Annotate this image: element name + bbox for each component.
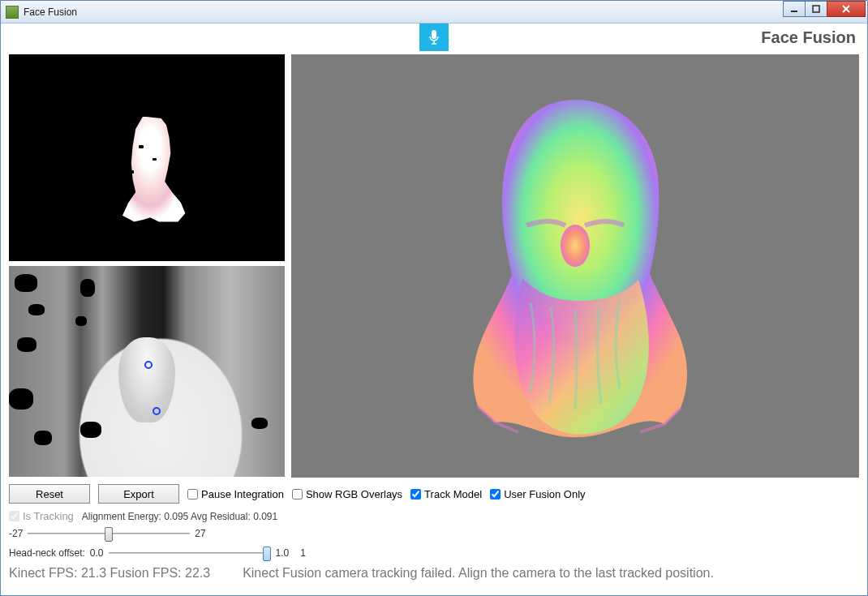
svg-rect-1	[813, 6, 819, 12]
app-title: Face Fusion	[761, 28, 856, 47]
user-fusion-only-checkbox[interactable]: User Fusion Only	[490, 488, 585, 500]
controls-row: Reset Export Pause Integration Show RGB …	[9, 484, 859, 504]
track-model-checkbox[interactable]: Track Model	[410, 488, 482, 500]
color-viewport	[9, 54, 285, 261]
pause-integration-checkbox[interactable]: Pause Integration	[187, 488, 284, 500]
window-title: Face Fusion	[24, 6, 867, 18]
depth-viewport	[9, 266, 285, 477]
header-bar: Face Fusion	[9, 28, 859, 51]
viewport-area	[9, 54, 859, 478]
svg-rect-0	[791, 11, 797, 12]
status-row: Is Tracking Alignment Energy: 0.095 Avg …	[9, 510, 859, 522]
depth-head	[118, 337, 175, 422]
slider1-min: -27	[9, 528, 23, 539]
alignment-energy: Alignment Energy: 0.095 Avg Residual: 0.…	[82, 511, 277, 522]
svg-rect-2	[432, 30, 436, 39]
color-head-blob	[114, 117, 187, 222]
tracking-marker-eye	[144, 361, 153, 369]
head-neck-offset-row: Head-neck offset: 0.0 1.0 1	[9, 545, 859, 561]
app-window: Face Fusion Face Fusion	[0, 0, 868, 596]
rendered-head-model	[445, 84, 705, 448]
titlebar[interactable]: Face Fusion	[1, 1, 867, 24]
rotation-slider[interactable]	[28, 525, 190, 542]
window-controls	[784, 1, 866, 17]
head-neck-offset-value: 0.0	[90, 547, 104, 559]
export-button[interactable]: Export	[98, 484, 179, 504]
fps-status: Kinect FPS: 21.3 Fusion FPS: 22.3	[9, 566, 210, 581]
tracking-message: Kinect Fusion camera tracking failed. Al…	[243, 566, 714, 581]
maximize-button[interactable]	[805, 1, 827, 17]
slider1-max: 27	[195, 528, 205, 539]
minimize-button[interactable]	[783, 1, 806, 17]
app-body: Face Fusion	[1, 24, 867, 585]
rotation-slider-row: -27 27	[9, 525, 859, 542]
microphone-icon	[428, 29, 440, 45]
reset-button[interactable]: Reset	[9, 484, 90, 504]
close-button[interactable]	[827, 1, 866, 17]
is-tracking-checkbox: Is Tracking	[9, 510, 74, 522]
fusion-render-viewport[interactable]	[291, 54, 859, 478]
app-icon	[6, 6, 19, 19]
microphone-button[interactable]	[419, 24, 449, 51]
tracking-marker-neck	[153, 407, 161, 415]
svg-point-3	[561, 225, 590, 267]
left-panels	[9, 54, 285, 478]
head-neck-offset-slider[interactable]	[109, 545, 271, 561]
show-rgb-overlays-checkbox[interactable]: Show RGB Overlays	[292, 488, 402, 500]
head-neck-max: 1	[300, 547, 306, 559]
status-bar: Kinect FPS: 21.3 Fusion FPS: 22.3 Kinect…	[9, 566, 859, 581]
head-neck-offset-label: Head-neck offset:	[9, 547, 85, 559]
head-neck-right-value: 1.0	[276, 547, 290, 559]
